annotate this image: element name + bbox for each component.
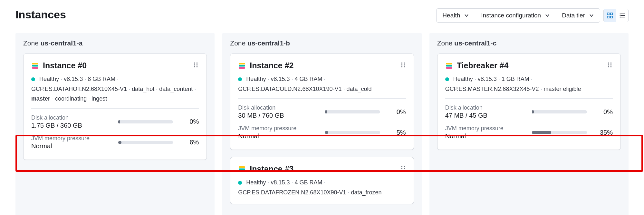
disk-label: Disk allocation [31, 114, 112, 121]
jvm-value: Normal [238, 132, 319, 140]
disk-row: Disk allocation 30 MB / 760 GB 0% [238, 102, 406, 122]
health-select[interactable]: Health [437, 9, 475, 22]
health-dot-icon [445, 77, 449, 81]
divider [445, 98, 613, 99]
card-title: Tiebreaker #4 [457, 61, 509, 70]
svg-rect-33 [401, 168, 402, 169]
svg-rect-22 [401, 63, 402, 64]
svg-rect-2 [607, 16, 609, 18]
disk-pct: 0% [593, 108, 613, 116]
svg-rect-19 [239, 63, 245, 64]
disk-bar [118, 120, 173, 123]
svg-rect-14 [197, 63, 197, 64]
jvm-row: JVM memory pressure Normal 35% [445, 122, 613, 143]
svg-point-8 [620, 17, 621, 18]
disk-pct: 0% [179, 118, 199, 125]
svg-rect-16 [197, 64, 197, 65]
svg-rect-3 [610, 16, 612, 18]
instance-card: Tiebreaker #4 Healthy · v8.15.3 · 1 GB R… [437, 54, 621, 150]
zone-name: us-central1-b [247, 39, 290, 47]
health-status: Healthy [39, 76, 59, 82]
svg-rect-9 [621, 17, 625, 17]
svg-rect-27 [404, 66, 405, 67]
jvm-row: JVM memory pressure Normal 6% [31, 132, 199, 153]
zone-label: Zone [230, 39, 247, 47]
svg-rect-23 [404, 63, 405, 64]
grid-view-button[interactable] [604, 9, 616, 22]
instance-config-select[interactable]: Instance configuration [475, 9, 556, 22]
svg-rect-44 [608, 66, 609, 67]
disk-pct: 0% [387, 108, 406, 116]
svg-rect-43 [610, 64, 611, 65]
card-menu-button[interactable] [607, 62, 613, 70]
health-status: Healthy [246, 179, 266, 186]
disk-label: Disk allocation [238, 104, 319, 111]
chevron-down-icon [545, 13, 550, 18]
card-menu-button[interactable] [193, 62, 199, 70]
config-id: GCP.ES.DATAHOT.N2.68X10X45-V1 [31, 86, 127, 92]
zone-label: Zone [437, 39, 455, 47]
svg-rect-35 [401, 170, 402, 171]
data-tier-select[interactable]: Data tier [556, 9, 600, 22]
card-meta: Healthy · v8.15.3 · 1 GB RAM · GCP.ES.MA… [445, 74, 613, 94]
chevron-down-icon [589, 13, 594, 18]
svg-rect-7 [621, 15, 625, 16]
zone-name: us-central1-a [41, 39, 83, 47]
jvm-label: JVM memory pressure [31, 135, 112, 142]
svg-rect-31 [401, 166, 402, 167]
svg-rect-29 [239, 168, 245, 170]
svg-rect-5 [621, 14, 625, 14]
svg-rect-13 [194, 63, 195, 64]
config-id: GCP.ES.DATACOLD.N2.68X10X190-V1 [238, 86, 341, 92]
card-menu-button[interactable] [400, 62, 406, 70]
page-title: Instances [15, 8, 66, 21]
svg-rect-10 [32, 63, 38, 64]
instance-card: Instance #0 Healthy · v8.15.3 · 8 GB RAM… [23, 54, 207, 160]
svg-rect-40 [608, 63, 609, 64]
svg-rect-17 [194, 66, 195, 67]
zone-header: Zone us-central1-c [437, 39, 621, 47]
jvm-label: JVM memory pressure [238, 125, 319, 132]
health-status: Healthy [246, 76, 266, 82]
jvm-pct: 35% [593, 129, 613, 136]
svg-rect-37 [446, 63, 452, 64]
view-toggle [603, 9, 629, 22]
zone-name: us-central1-c [454, 39, 496, 47]
card-meta: Healthy · v8.15.3 · 8 GB RAM · GCP.ES.DA… [31, 74, 199, 104]
card-menu-button[interactable] [400, 165, 406, 173]
disk-bar [532, 110, 587, 113]
jvm-label: JVM memory pressure [445, 125, 526, 132]
svg-rect-21 [239, 67, 245, 69]
health-dot-icon [31, 77, 35, 81]
svg-rect-36 [404, 170, 405, 171]
card-title: Instance #3 [250, 164, 293, 174]
elastic-logo-icon [238, 62, 246, 70]
health-status: Healthy [453, 76, 473, 82]
instance-card: Instance #3 Healthy · v8.15.3 · 4 GB RAM… [230, 157, 414, 204]
disk-row: Disk allocation 47 MB / 45 GB 0% [445, 102, 613, 122]
zone-label: Zone [23, 39, 41, 47]
card-title: Instance #2 [250, 61, 293, 70]
version: v8.15.3 [64, 76, 83, 82]
data-tier-select-label: Data tier [562, 12, 585, 19]
svg-rect-34 [404, 168, 405, 169]
svg-rect-39 [446, 67, 452, 69]
health-dot-icon [238, 181, 242, 185]
svg-point-4 [620, 14, 621, 15]
config-id: GCP.ES.MASTER.N2.68X32X45-V2 [445, 86, 539, 92]
svg-rect-42 [608, 64, 609, 65]
svg-rect-15 [194, 64, 195, 65]
svg-rect-28 [239, 166, 245, 168]
card-meta: Healthy · v8.15.3 · 4 GB RAM · GCP.ES.DA… [238, 74, 406, 94]
divider [31, 108, 199, 109]
divider [238, 98, 406, 99]
list-view-button[interactable] [616, 9, 628, 22]
svg-rect-0 [607, 13, 609, 15]
svg-rect-26 [401, 66, 402, 67]
disk-value: 1.75 GB / 360 GB [31, 122, 112, 129]
svg-rect-18 [197, 66, 197, 67]
svg-rect-30 [239, 171, 245, 172]
svg-rect-25 [404, 64, 405, 65]
instance-card: Instance #2 Healthy · v8.15.3 · 4 GB RAM… [230, 54, 414, 150]
version: v8.15.3 [271, 179, 290, 186]
